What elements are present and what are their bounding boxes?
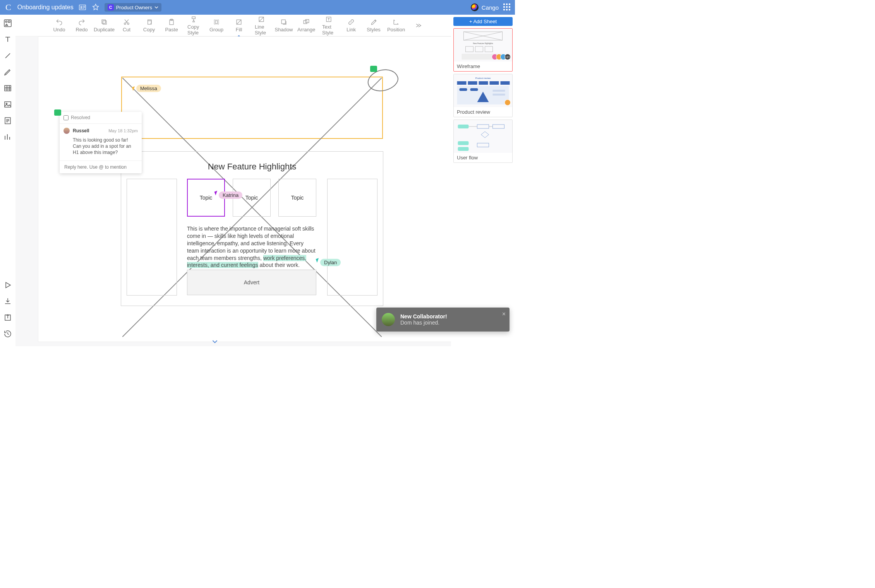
sheet-title: Wireframe	[454, 62, 512, 71]
svg-text:Product review: Product review	[475, 77, 491, 79]
svg-rect-40	[490, 81, 499, 85]
text-tool-icon[interactable]	[3, 35, 12, 44]
close-icon[interactable]: ×	[502, 311, 506, 318]
pen-tool-icon[interactable]	[3, 67, 12, 77]
svg-rect-49	[493, 125, 504, 128]
svg-rect-23	[304, 21, 307, 24]
body-text[interactable]: This is where the importance of manageri…	[187, 225, 317, 269]
resolved-label: Resolved	[71, 115, 90, 120]
more-tools-icon[interactable]	[412, 22, 425, 29]
copy-button[interactable]: Copy	[142, 18, 156, 32]
svg-rect-33	[475, 46, 483, 52]
svg-rect-6	[5, 102, 11, 107]
redo-button[interactable]: Redo	[75, 18, 88, 32]
duplicate-button[interactable]: Duplicate	[98, 18, 111, 32]
star-icon[interactable]	[91, 3, 100, 12]
line-tool-icon[interactable]	[3, 51, 12, 60]
group-button[interactable]: Group	[210, 18, 223, 32]
svg-rect-17	[192, 17, 195, 19]
document-title[interactable]: Onboarding updates	[17, 4, 74, 11]
svg-rect-41	[501, 81, 510, 85]
undo-button[interactable]: Undo	[53, 18, 66, 32]
sheet-preview: Product review	[454, 74, 512, 107]
resolved-checkbox[interactable]	[63, 115, 69, 120]
svg-point-3	[5, 21, 7, 22]
canvas-viewport[interactable]: Melissa New Feature Highlights Topic Top…	[15, 36, 451, 346]
copy-style-button[interactable]: Copy Style	[187, 15, 201, 36]
share-dropdown[interactable]: C Product Owners	[105, 3, 161, 12]
canvas-page[interactable]: Melissa New Feature Highlights Topic Top…	[38, 36, 451, 342]
expand-bottom-icon[interactable]	[212, 339, 218, 345]
play-icon[interactable]	[3, 280, 12, 290]
collaborator-cursor-katrina: Katrina	[215, 187, 242, 199]
sheet-thumbnail-product-review[interactable]: Product review Product review	[453, 74, 513, 117]
comment-marker-icon[interactable]	[370, 66, 377, 72]
shapes-tool-icon[interactable]	[3, 19, 12, 28]
cursor-pointer-icon	[316, 258, 320, 262]
svg-point-1	[81, 6, 82, 8]
topic-box[interactable]: Topic	[278, 179, 316, 217]
svg-rect-10	[103, 21, 106, 24]
document-tool-icon[interactable]	[3, 116, 12, 125]
svg-rect-22	[281, 20, 285, 24]
add-sheet-button[interactable]: + Add Sheet	[453, 17, 513, 26]
comment-header: Resolved	[60, 112, 142, 124]
line-style-button[interactable]: Line Style	[255, 15, 268, 36]
contact-card-icon[interactable]	[78, 3, 87, 12]
download-icon[interactable]	[3, 297, 12, 306]
advert-placeholder[interactable]: Advert	[187, 270, 316, 295]
sheet-thumbnail-user-flow[interactable]: User flow	[453, 120, 513, 163]
share-label: Product Owners	[116, 5, 152, 10]
sheets-panel: + Add Sheet New Feature Highlights +2+ W…	[451, 15, 515, 346]
svg-rect-39	[479, 81, 488, 85]
svg-rect-46	[493, 94, 505, 96]
svg-rect-32	[466, 46, 474, 52]
right-column-placeholder[interactable]	[327, 179, 377, 296]
toolbar-ribbon: Undo Redo Duplicate Cut Copy Paste Copy …	[15, 15, 451, 36]
position-button[interactable]: Position	[389, 18, 403, 32]
fill-button[interactable]: Fill	[232, 18, 245, 32]
share-icon[interactable]	[3, 313, 12, 322]
left-column-placeholder[interactable]	[127, 179, 177, 296]
brand[interactable]: Cango	[471, 3, 499, 11]
svg-rect-34	[485, 46, 493, 52]
history-icon[interactable]	[3, 329, 12, 338]
cursor-pointer-icon	[214, 190, 219, 195]
svg-rect-38	[468, 81, 477, 85]
avatar	[382, 313, 395, 326]
svg-rect-11	[102, 20, 105, 23]
text-style-button[interactable]: Text Style	[322, 15, 335, 36]
svg-point-13	[127, 23, 129, 24]
avatar	[63, 128, 70, 134]
content-frame[interactable]: New Feature Highlights Topic Topic Topic…	[121, 151, 383, 306]
styles-button[interactable]: Styles	[367, 18, 380, 32]
sheet-preview: New Feature Highlights +2+	[454, 29, 512, 62]
shadow-button[interactable]: Shadow	[277, 18, 290, 32]
topic-row: Topic Topic Topic	[187, 179, 316, 217]
apps-grid-icon[interactable]	[503, 3, 511, 11]
link-button[interactable]: Link	[345, 18, 358, 32]
share-badge-icon: C	[108, 4, 114, 10]
svg-rect-51	[458, 147, 469, 151]
chart-tool-icon[interactable]	[3, 132, 12, 142]
image-tool-icon[interactable]	[3, 100, 12, 109]
svg-rect-48	[477, 125, 489, 128]
comment-marker-icon[interactable]	[54, 109, 61, 116]
comment-message: This is looking good so far! Can you add…	[63, 134, 138, 159]
svg-point-12	[124, 23, 126, 24]
cut-button[interactable]: Cut	[120, 18, 133, 32]
arrange-button[interactable]: Arrange	[300, 18, 313, 32]
comment-thread[interactable]: Resolved Russell May 18 1:32pm This is l…	[60, 112, 142, 173]
left-tool-rail	[0, 15, 15, 346]
comment-reply-input[interactable]	[63, 164, 138, 170]
paste-button[interactable]: Paste	[165, 18, 178, 32]
sheet-thumbnail-wireframe[interactable]: New Feature Highlights +2+ Wireframe	[453, 28, 513, 72]
collaborator-cursor-melissa: Melissa	[132, 85, 161, 92]
svg-rect-5	[5, 85, 11, 91]
app-header: C Onboarding updates C Product Owners Ca…	[0, 0, 515, 15]
toast-title: New Collaborator!	[400, 313, 447, 320]
svg-rect-43	[460, 88, 467, 91]
section-title[interactable]: New Feature Highlights	[121, 162, 383, 172]
table-tool-icon[interactable]	[3, 84, 12, 93]
app-logo[interactable]: C	[4, 2, 13, 12]
